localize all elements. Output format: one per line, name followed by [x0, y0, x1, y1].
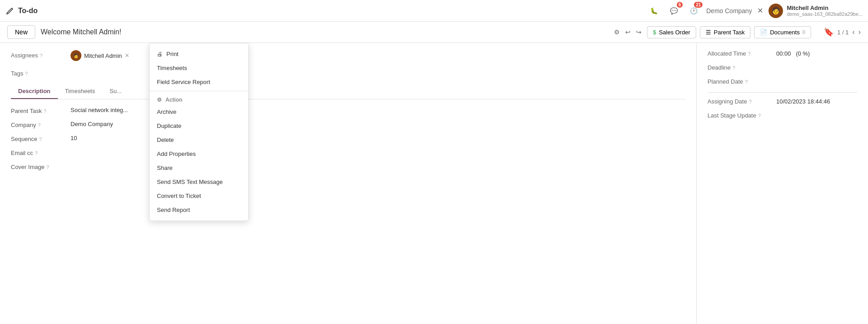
assignees-value: 🧑 Mitchell Admin ✕: [71, 50, 129, 61]
bug-button[interactable]: 🐛: [646, 4, 661, 18]
parent-task-help[interactable]: ?: [43, 108, 46, 114]
assignees-help[interactable]: ?: [40, 53, 42, 58]
print-item[interactable]: 🖨 Print: [150, 47, 248, 61]
navbar: To-do 🐛 💬 6 🕐 21 Demo Company ✕ 🧑 Mitche…: [0, 0, 868, 22]
parent-task-row: Parent Task ? Social network integ...: [11, 107, 685, 114]
assigning-date-value: 10/02/2023 18:44:46: [776, 98, 830, 105]
next-page-button[interactable]: ›: [859, 28, 861, 36]
print-label: Print: [166, 51, 179, 57]
smart-buttons: $ Sales Order ☰ Parent Task 📄 Documents …: [647, 26, 811, 38]
sequence-label: Sequence ?: [11, 135, 65, 142]
company-name: Demo Company: [706, 7, 752, 14]
tags-row: Tags ?: [11, 68, 685, 77]
bug-icon: 🐛: [650, 7, 658, 14]
user-info: 🧑 Mitchell Admin demo_saas-163_082ba82a2…: [769, 4, 863, 18]
convert-ticket-item[interactable]: Convert to Ticket: [150, 189, 248, 203]
user-session: demo_saas-163_082ba82a29be...: [787, 11, 863, 17]
parent-task-button[interactable]: ☰ Parent Task: [700, 26, 750, 38]
dropdown-menu: 🖨 Print Timesheets Field Service Report …: [149, 43, 249, 221]
left-panel: Assignees ? 🧑 Mitchell Admin ✕ Tags ?: [0, 43, 696, 324]
clock-button[interactable]: 🕐 21: [686, 4, 701, 18]
clock-icon: 🕐: [690, 7, 698, 14]
welcome-text: Welcome Mitchell Admin!: [41, 28, 605, 36]
gear-icon: ⚙: [157, 97, 162, 103]
company-help[interactable]: ?: [38, 122, 41, 128]
assigning-date-row: Assigning Date ? 10/02/2023 18:44:46: [708, 98, 857, 105]
parent-task-label: Parent Task ?: [11, 107, 65, 114]
tab-timesheets[interactable]: Timesheets: [58, 84, 103, 99]
chat-icon: 💬: [670, 7, 678, 14]
cover-image-label: Cover Image ?: [11, 163, 65, 170]
duplicate-item[interactable]: Duplicate: [150, 119, 248, 133]
divider: [708, 92, 857, 93]
archive-item[interactable]: Archive: [150, 105, 248, 119]
user-name: Mitchell Admin: [787, 5, 863, 11]
documents-button[interactable]: 📄 Documents 0: [754, 26, 811, 38]
bookmark-icon[interactable]: 🔖: [824, 27, 834, 37]
last-stage-help[interactable]: ?: [758, 113, 761, 118]
tags-label: Tags ?: [11, 68, 65, 77]
sequence-row: Sequence ? 10: [11, 135, 685, 142]
new-button[interactable]: New: [7, 25, 35, 39]
remove-assignee-button[interactable]: ✕: [125, 52, 129, 59]
allocated-time-help[interactable]: ?: [748, 51, 750, 56]
deadline-label: Deadline ?: [708, 64, 771, 71]
deadline-help[interactable]: ?: [732, 65, 735, 70]
tags-help[interactable]: ?: [25, 71, 28, 76]
timesheets-item[interactable]: Timesheets: [150, 61, 248, 75]
send-sms-item[interactable]: Send SMS Text Message: [150, 175, 248, 189]
email-cc-label: Email cc ?: [11, 149, 65, 156]
add-properties-label: Add Properties: [157, 150, 196, 157]
sales-order-button[interactable]: $ Sales Order: [647, 26, 696, 38]
sequence-value[interactable]: 10: [71, 135, 77, 141]
user-details: Mitchell Admin demo_saas-163_082ba82a29b…: [787, 5, 863, 17]
redo-icon[interactable]: ↪: [636, 28, 642, 36]
email-cc-help[interactable]: ?: [35, 150, 38, 156]
assignee-name: Mitchell Admin: [84, 52, 122, 59]
assigning-date-label: Assigning Date ?: [708, 98, 771, 105]
app-logo[interactable]: To-do: [5, 6, 38, 15]
undo-icon[interactable]: ↩: [625, 28, 631, 36]
assigning-date-help[interactable]: ?: [749, 99, 751, 104]
company-row: Company ? Demo Company: [11, 121, 685, 128]
assignees-row: Assignees ? 🧑 Mitchell Admin ✕: [11, 50, 685, 61]
planned-date-label: Planned Date ?: [708, 78, 771, 85]
last-stage-label: Last Stage Update ?: [708, 112, 771, 119]
allocated-time-label: Allocated Time ?: [708, 50, 771, 57]
delete-item[interactable]: Delete: [150, 133, 248, 147]
cover-image-help[interactable]: ?: [46, 164, 49, 170]
assignee-avatar: 🧑: [71, 50, 81, 61]
allocated-time-value: 00:00 (0 %): [776, 50, 810, 57]
delete-label: Delete: [157, 136, 174, 143]
tab-description[interactable]: Description: [11, 84, 58, 99]
tabs: Description Timesheets Su...: [11, 84, 685, 99]
prev-page-button[interactable]: ‹: [852, 28, 854, 36]
field-service-item[interactable]: Field Service Report: [150, 75, 248, 89]
send-sms-label: Send SMS Text Message: [157, 178, 223, 185]
settings-icon[interactable]: ⚙: [614, 28, 620, 36]
parent-task-value[interactable]: Social network integ...: [71, 107, 128, 113]
close-button[interactable]: ✕: [757, 6, 763, 15]
company-value[interactable]: Demo Company: [71, 121, 113, 127]
duplicate-label: Duplicate: [157, 122, 181, 129]
avatar: 🧑: [769, 4, 783, 18]
app-title: To-do: [18, 7, 38, 15]
tab-sub[interactable]: Su...: [102, 84, 129, 99]
share-item[interactable]: Share: [150, 161, 248, 175]
document-icon: 📄: [760, 29, 767, 36]
print-icon: 🖨: [157, 51, 163, 57]
last-stage-row: Last Stage Update ?: [708, 112, 857, 119]
allocated-time-row: Allocated Time ? 00:00 (0 %): [708, 50, 857, 57]
right-panel: Allocated Time ? 00:00 (0 %) Deadline ?: [696, 43, 868, 324]
archive-label: Archive: [157, 108, 176, 115]
convert-ticket-label: Convert to Ticket: [157, 193, 201, 199]
chat-button[interactable]: 💬 6: [666, 4, 681, 18]
send-report-item[interactable]: Send Report: [150, 203, 248, 217]
add-properties-item[interactable]: Add Properties: [150, 147, 248, 161]
send-report-label: Send Report: [157, 207, 190, 213]
sequence-help[interactable]: ?: [39, 136, 42, 142]
deadline-row: Deadline ?: [708, 64, 857, 71]
planned-date-help[interactable]: ?: [745, 79, 748, 85]
content: New Welcome Mitchell Admin! ⚙ ↩ ↪ $ Sale…: [0, 22, 868, 324]
documents-count: 0: [802, 29, 805, 35]
